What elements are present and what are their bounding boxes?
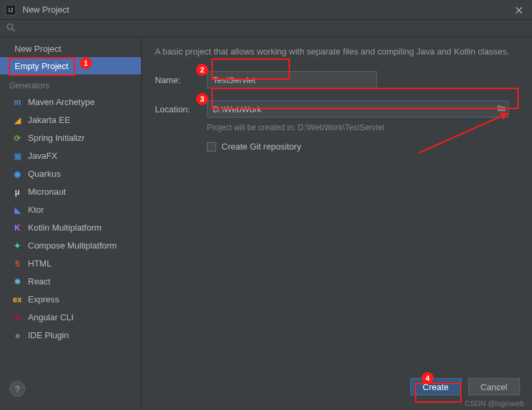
generator-icon: ✦: [12, 241, 23, 251]
help-button[interactable]: ?: [9, 381, 25, 397]
project-description: A basic project that allows working with…: [155, 47, 519, 56]
generator-icon: A: [12, 312, 23, 323]
sidebar-generator-item[interactable]: AAngular CLI: [0, 308, 141, 326]
window-title: New Project: [23, 5, 69, 15]
create-button[interactable]: Create: [410, 378, 462, 395]
generator-label: HTML: [28, 258, 51, 268]
location-row: Location:: [155, 100, 519, 118]
generator-icon: ◢: [12, 115, 23, 126]
sidebar-item-new-project[interactable]: New Project: [0, 40, 141, 57]
generator-icon: ⟐: [12, 330, 23, 341]
git-row[interactable]: Create Git repository: [207, 142, 519, 152]
location-hint: Project will be created in: D:\WebWork\T…: [207, 123, 519, 132]
svg-point-0: [7, 24, 13, 29]
generator-label: Express: [28, 294, 59, 304]
generator-icon: 5: [12, 258, 23, 269]
sidebar-generator-item[interactable]: mMaven Archetype: [0, 93, 141, 111]
search-icon: [7, 23, 15, 34]
sidebar-generator-item[interactable]: ✦Compose Multiplatform: [0, 237, 141, 255]
generator-icon: μ: [12, 187, 23, 197]
generator-label: JavaFX: [28, 151, 57, 161]
sidebar-generator-item[interactable]: ⚛React: [0, 272, 141, 290]
generator-icon: ◉: [12, 169, 23, 179]
generator-label: Jakarta EE: [28, 115, 70, 125]
generator-label: Spring Initializr: [28, 133, 84, 143]
generator-label: Quarkus: [28, 169, 61, 179]
dialog-buttons: Create Cancel: [410, 378, 521, 395]
sidebar-generator-item[interactable]: ◉Quarkus: [0, 165, 141, 183]
name-input[interactable]: [207, 71, 377, 88]
generator-label: Angular CLI: [28, 312, 74, 322]
generator-icon: ▣: [12, 151, 23, 161]
name-label: Name:: [155, 75, 207, 85]
generator-icon: ⟳: [12, 133, 23, 144]
sidebar: New Project Empty Project Generators mMa…: [0, 37, 142, 410]
search-bar[interactable]: [0, 20, 532, 37]
generator-label: Micronaut: [28, 187, 66, 197]
sidebar-generator-item[interactable]: ◣Ktor: [0, 201, 141, 219]
git-label: Create Git repository: [221, 142, 301, 152]
generator-icon: ex: [12, 294, 23, 305]
generator-icon: m: [12, 97, 23, 108]
sidebar-generator-item[interactable]: ◢Jakarta EE: [0, 111, 141, 129]
generator-label: React: [28, 276, 51, 286]
generator-icon: K: [12, 223, 23, 233]
sidebar-item-empty-project[interactable]: Empty Project: [0, 57, 141, 74]
browse-folder-icon[interactable]: [497, 104, 506, 114]
generators-header: Generators: [0, 74, 141, 93]
generator-label: Kotlin Multiplatform: [28, 223, 102, 233]
sidebar-generator-item[interactable]: μMicronaut: [0, 183, 141, 201]
location-input[interactable]: [207, 100, 509, 118]
location-label: Location:: [155, 104, 207, 114]
titlebar: IJ New Project: [0, 0, 532, 20]
cancel-button[interactable]: Cancel: [468, 378, 520, 395]
app-icon: IJ: [5, 5, 16, 15]
sidebar-generator-item[interactable]: ▣JavaFX: [0, 147, 141, 165]
sidebar-generator-item[interactable]: exExpress: [0, 290, 141, 308]
sidebar-generator-item[interactable]: KKotlin Multiplatform: [0, 219, 141, 237]
watermark: CSDN @loginweb: [465, 399, 524, 407]
sidebar-item-label: New Project: [15, 44, 61, 54]
sidebar-item-label: Empty Project: [15, 61, 68, 71]
generator-icon: ⚛: [12, 276, 23, 287]
close-button[interactable]: [505, 0, 532, 20]
generator-label: Compose Multiplatform: [28, 241, 117, 251]
generator-icon: ◣: [12, 205, 23, 215]
main-area: New Project Empty Project Generators mMa…: [0, 37, 532, 410]
name-row: Name:: [155, 71, 519, 88]
sidebar-generator-item[interactable]: ⟐IDE Plugin: [0, 326, 141, 344]
sidebar-generator-item[interactable]: ⟳Spring Initializr: [0, 129, 141, 147]
sidebar-generator-item[interactable]: 5HTML: [0, 255, 141, 272]
content-panel: A basic project that allows working with…: [142, 37, 532, 410]
generator-label: IDE Plugin: [28, 330, 68, 340]
generator-label: Maven Archetype: [28, 97, 94, 107]
generator-label: Ktor: [28, 205, 44, 215]
git-checkbox[interactable]: [207, 142, 216, 152]
